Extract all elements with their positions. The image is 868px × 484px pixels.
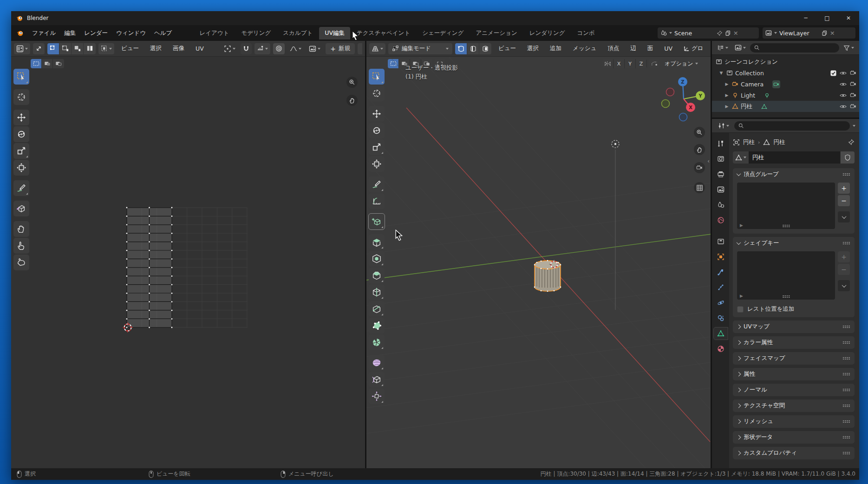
viewlayer-selector[interactable]: ViewLayer ✕: [763, 27, 855, 39]
panel-drag-grip[interactable]: [842, 242, 850, 245]
uv-select-vertex-button[interactable]: [47, 43, 59, 54]
menu-window[interactable]: ウィンドウ: [112, 27, 150, 39]
uv-zoom-button[interactable]: [346, 77, 358, 88]
vp-tool-scale[interactable]: [369, 139, 385, 155]
pin-icon[interactable]: [717, 30, 723, 36]
vp-tool-poly-build[interactable]: [369, 318, 385, 334]
tab-output[interactable]: [714, 168, 728, 180]
list-expand-icon[interactable]: ▶: [740, 294, 743, 298]
expand-triangle-icon[interactable]: ▶: [724, 104, 730, 109]
uv-tool-relax[interactable]: [13, 238, 29, 254]
exclude-checkbox[interactable]: [830, 70, 836, 76]
vp-menu-view[interactable]: ビュー: [494, 43, 520, 54]
sidebar-collapse-arrow[interactable]: ‹: [707, 158, 710, 164]
vp-tool-edge-slide[interactable]: [369, 372, 385, 387]
new-viewlayer-icon[interactable]: [822, 30, 828, 36]
viewlayer-dropdown-arrow[interactable]: [774, 32, 777, 34]
scene-name[interactable]: Scene: [674, 30, 714, 37]
face-mode-button[interactable]: [479, 43, 491, 54]
viewport-editor-type-button[interactable]: [369, 43, 385, 54]
vertex-groups-list[interactable]: ▶: [737, 183, 835, 229]
tab-texture-paint[interactable]: テクスチャペイント: [351, 27, 416, 39]
vp-tool-annotate[interactable]: [369, 177, 385, 192]
uv-pan-button[interactable]: [346, 95, 358, 106]
uv-image-browse-dropdown[interactable]: [307, 43, 323, 54]
properties-search-input[interactable]: [734, 121, 850, 131]
properties-options-arrow[interactable]: [853, 125, 855, 127]
vp-zoom-button[interactable]: [694, 127, 705, 138]
outliner-row-light[interactable]: ▶ Light: [712, 90, 859, 101]
vp-tool-loop-cut[interactable]: [369, 284, 385, 300]
disable-render-icon[interactable]: [850, 81, 856, 87]
uv-editor-type-button[interactable]: [14, 43, 30, 54]
vp-menu-vertex[interactable]: 頂点: [603, 43, 623, 54]
outliner-row-camera[interactable]: ▶ Camera: [712, 78, 859, 90]
vertex-group-add-button[interactable]: +: [838, 183, 850, 194]
panel-drag-grip[interactable]: [842, 341, 850, 344]
title-bar[interactable]: Blender ─ □ ✕: [11, 11, 859, 25]
uv-select-island-button[interactable]: [84, 43, 96, 54]
shape-key-add-button[interactable]: +: [838, 251, 850, 262]
close-button[interactable]: ✕: [838, 11, 859, 25]
tab-modifiers[interactable]: [714, 266, 728, 278]
remove-viewlayer-icon[interactable]: ✕: [830, 30, 835, 37]
vp-menu-uv[interactable]: UV: [660, 43, 677, 54]
shape-key-remove-button[interactable]: −: [838, 264, 850, 275]
hide-eye-icon[interactable]: [840, 70, 847, 77]
mesh-data-badge[interactable]: [761, 104, 767, 110]
menu-edit[interactable]: 編集: [60, 27, 80, 39]
uv-sticky-selection-dropdown[interactable]: [98, 43, 114, 54]
panel-drag-grip[interactable]: [842, 325, 850, 328]
tab-view-layer[interactable]: [714, 183, 728, 196]
uv-proportional-toggle[interactable]: [273, 43, 285, 54]
outliner-row-cylinder[interactable]: ▶ 円柱: [712, 101, 859, 112]
uv-tool-scale[interactable]: [13, 143, 29, 159]
uv-tool-rip-region[interactable]: [13, 201, 29, 216]
camera-data-badge[interactable]: [772, 80, 780, 88]
uv-tool-cursor[interactable]: [13, 89, 29, 105]
mode-dropdown[interactable]: 編集モード: [388, 43, 452, 54]
uv-menu-image[interactable]: 画像: [169, 43, 189, 54]
uv-sync-selection-toggle[interactable]: [33, 43, 45, 54]
uv-open-image-button-clipped[interactable]: [358, 43, 362, 54]
tab-render[interactable]: [714, 153, 728, 165]
menu-help[interactable]: ヘルプ: [150, 27, 176, 39]
blender-menu-icon[interactable]: [14, 28, 26, 38]
outliner-search-input[interactable]: [750, 43, 839, 52]
light-data-badge[interactable]: [764, 92, 770, 98]
uv-tool-move[interactable]: [13, 110, 29, 125]
pin-icon[interactable]: [848, 139, 855, 145]
vertex-group-specials-button[interactable]: [838, 211, 850, 222]
uv-canvas[interactable]: [11, 57, 365, 468]
panel-drag-grip[interactable]: [842, 173, 850, 176]
vp-ortho-toggle-button[interactable]: [694, 182, 705, 193]
edge-mode-button[interactable]: [467, 43, 479, 54]
panel-drag-grip[interactable]: [842, 420, 850, 423]
scene-selector[interactable]: Scene ✕: [658, 27, 759, 39]
uv-tool-rotate[interactable]: [13, 126, 29, 142]
outliner-row-scene-collection[interactable]: シーンコレクション: [712, 56, 859, 67]
fake-user-toggle[interactable]: [841, 151, 855, 164]
mesh-data-dropdown[interactable]: [733, 151, 749, 164]
panel-drag-grip[interactable]: [842, 404, 850, 407]
uv-tool-grab[interactable]: [13, 221, 29, 237]
vp-tool-cursor[interactable]: [369, 85, 385, 101]
panel-drag-grip[interactable]: [842, 436, 850, 439]
vp-menu-edge[interactable]: 辺: [626, 43, 640, 54]
collapse-triangle-icon[interactable]: ▼: [718, 71, 724, 75]
vp-tool-inset-faces[interactable]: [369, 251, 385, 267]
uv-menu-uv[interactable]: UV: [191, 43, 208, 54]
tab-uv-editing[interactable]: UV編集: [319, 27, 350, 39]
vp-pan-button[interactable]: [694, 144, 705, 155]
uv-snap-toggle[interactable]: [241, 43, 252, 54]
vp-tool-rotate[interactable]: [369, 123, 385, 138]
viewport-canvas[interactable]: X Y Z オプション: [366, 57, 711, 468]
vp-tool-smooth[interactable]: [369, 355, 385, 371]
vp-tool-move[interactable]: [369, 106, 385, 122]
vp-tool-add-cube[interactable]: [369, 214, 385, 229]
rest-position-checkbox[interactable]: [737, 306, 744, 313]
uv-snap-target-dropdown[interactable]: [255, 43, 270, 54]
vp-tool-knife[interactable]: [369, 301, 385, 317]
list-expand-icon[interactable]: ▶: [740, 223, 743, 228]
uv-select-face-button[interactable]: [72, 43, 84, 54]
